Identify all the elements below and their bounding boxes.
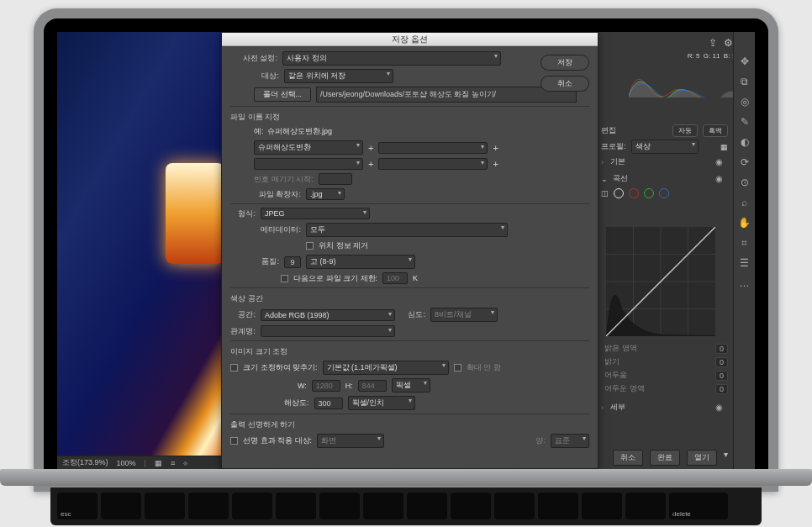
curve-section[interactable]: 곡선 xyxy=(613,173,628,184)
tool-move-icon[interactable]: ✥ xyxy=(741,55,749,67)
cancel-button[interactable]: 취소 xyxy=(540,76,589,92)
grid-icon[interactable]: ▦ xyxy=(720,143,728,151)
channel-green[interactable] xyxy=(644,188,654,198)
channel-blue[interactable] xyxy=(659,188,669,198)
sharpen-for-select[interactable]: 화면 xyxy=(317,434,384,448)
plus-icon[interactable]: + xyxy=(368,143,373,153)
format-label: 형식: xyxy=(230,208,256,219)
tool-target-icon[interactable]: ◎ xyxy=(741,96,749,108)
detail-section[interactable]: 세부 xyxy=(610,402,625,413)
chevron-down-icon[interactable]: ⌄ xyxy=(601,175,608,183)
gear-icon[interactable]: ⚙ xyxy=(724,37,733,49)
cancel-button[interactable]: 취소 xyxy=(613,450,643,466)
intent-label: 관계명: xyxy=(230,326,256,337)
save-button[interactable]: 저장 xyxy=(540,55,589,71)
tone-curve[interactable] xyxy=(606,227,715,336)
tool-rotate-icon[interactable]: ⟳ xyxy=(741,156,749,168)
profile-select[interactable]: 색상 xyxy=(631,140,699,154)
ext-select[interactable]: .jpg xyxy=(306,188,345,200)
amount-select[interactable]: 표준 xyxy=(551,434,589,448)
basic-section[interactable]: 기본 xyxy=(610,156,625,167)
intent-select[interactable] xyxy=(261,325,395,337)
channel-luma[interactable] xyxy=(614,188,624,198)
plus-icon[interactable]: + xyxy=(493,159,498,169)
depth-select[interactable]: 8비트/채널 xyxy=(430,308,498,322)
filter-icon[interactable]: ≡ xyxy=(171,459,175,467)
r-label: R: xyxy=(688,52,694,60)
darks-val[interactable]: 0 xyxy=(715,371,728,381)
lights-label: 밝기 xyxy=(604,356,620,367)
width-input[interactable]: 1280 xyxy=(312,380,340,392)
no-enlarge-label: 확대 안 함 xyxy=(467,362,501,373)
filename-section-title: 파일 이름 지정 xyxy=(230,112,589,123)
resize-fit-checkbox[interactable] xyxy=(230,364,238,372)
bw-button[interactable]: 흑백 xyxy=(703,124,728,137)
depth-label: 심도: xyxy=(400,309,425,320)
shadows-val[interactable]: 0 xyxy=(715,384,728,394)
format-select[interactable]: JPEG xyxy=(261,208,370,219)
space-select[interactable]: Adobe RGB (1998) xyxy=(261,309,395,321)
resolution-unit-select[interactable]: 픽셀/인치 xyxy=(348,396,415,410)
tool-grid-icon[interactable]: ⌗ xyxy=(741,237,747,249)
tool-crop-icon[interactable]: ⧉ xyxy=(741,76,748,87)
sharpen-checkbox[interactable] xyxy=(230,437,238,445)
tool-hand-icon[interactable]: ✋ xyxy=(738,217,751,229)
eye-icon[interactable]: ◉ xyxy=(715,157,723,166)
done-button[interactable]: 완료 xyxy=(650,450,680,466)
chevron-down-icon[interactable]: ▾ xyxy=(724,450,728,466)
name-part3-select[interactable] xyxy=(254,158,363,170)
quality-number-input[interactable]: 9 xyxy=(284,256,301,268)
sort-icon[interactable]: ⟐ xyxy=(183,459,187,467)
profile-label: 프로필: xyxy=(601,141,626,152)
eye-icon[interactable]: ◉ xyxy=(715,174,723,183)
plus-icon[interactable]: + xyxy=(493,143,498,153)
scale-label[interactable]: 100% xyxy=(117,459,136,467)
path-display: /Users/jeong/Downloads/포토샵 해상도 화질 높이기/ xyxy=(316,87,577,103)
resolution-label: 해상도: xyxy=(284,398,309,408)
eye-icon[interactable]: ◉ xyxy=(715,403,723,412)
remove-location-checkbox[interactable] xyxy=(306,242,314,250)
open-button[interactable]: 열기 xyxy=(687,450,717,466)
g-label: G: xyxy=(704,52,710,60)
edit-tab[interactable]: 편집 xyxy=(601,125,616,136)
no-enlarge-checkbox[interactable] xyxy=(454,364,461,372)
tool-menu-icon[interactable]: ☰ xyxy=(740,257,749,269)
preset-select[interactable]: 사용자 정의 xyxy=(282,51,501,66)
limit-size-checkbox[interactable] xyxy=(281,275,288,282)
histogram xyxy=(629,62,746,97)
export-icon[interactable]: ⇪ xyxy=(709,37,717,49)
laptop-frame: 조정(173.9%) 100% | ▦ ≡ ⟐ ⇪ ⚙ ⛶ R: 5 G: 11… xyxy=(34,8,778,492)
r-val: 5 xyxy=(696,52,699,60)
name-part4-select[interactable] xyxy=(378,158,488,170)
tool-more-icon[interactable]: … xyxy=(740,277,750,289)
highlights-label: 밝은 영역 xyxy=(604,343,637,354)
tool-gradient-icon[interactable]: ◐ xyxy=(741,136,749,148)
height-input[interactable]: 844 xyxy=(358,380,387,392)
save-options-dialog: 저장 옵션 저장 취소 사전 설정: 사용자 정의 대상: 같은 위치에 저장 xyxy=(221,32,598,469)
quality-level-select[interactable]: 고 (8-9) xyxy=(306,255,415,269)
resize-fit-select[interactable]: 기본값 (1.1메가픽셀) xyxy=(323,361,449,375)
dest-label: 대상: xyxy=(254,71,279,82)
seq-start-input[interactable] xyxy=(319,173,352,185)
channel-red[interactable] xyxy=(629,188,639,198)
size-unit-select[interactable]: 픽셀 xyxy=(392,378,430,393)
metadata-select[interactable]: 모두 xyxy=(306,223,508,237)
curve-mode-icon[interactable]: ◫ xyxy=(601,189,609,198)
auto-button[interactable]: 자동 xyxy=(672,124,698,137)
app-screen: 조정(173.9%) 100% | ▦ ≡ ⟐ ⇪ ⚙ ⛶ R: 5 G: 11… xyxy=(57,32,755,469)
name-part2-select[interactable] xyxy=(378,142,488,154)
resize-section-title: 이미지 크기 조정 xyxy=(230,346,589,357)
tool-brush-icon[interactable]: ✎ xyxy=(741,116,749,128)
folder-select-button[interactable]: 폴더 선택... xyxy=(254,87,311,102)
grid-icon[interactable]: ▦ xyxy=(155,459,162,467)
tool-redeye-icon[interactable]: ⊙ xyxy=(741,177,749,188)
tool-zoom-icon[interactable]: ⌕ xyxy=(741,197,747,208)
dest-select[interactable]: 같은 위치에 저장 xyxy=(284,69,393,83)
name-part1-select[interactable]: 슈퍼해상도변환 xyxy=(254,140,363,155)
resolution-input[interactable]: 300 xyxy=(314,398,343,409)
limit-size-input[interactable]: 100 xyxy=(382,272,408,284)
plus-icon[interactable]: + xyxy=(368,159,373,169)
highlights-val[interactable]: 0 xyxy=(715,344,728,354)
lights-val[interactable]: 0 xyxy=(715,357,728,367)
metadata-label: 메타데이터: xyxy=(254,224,301,235)
